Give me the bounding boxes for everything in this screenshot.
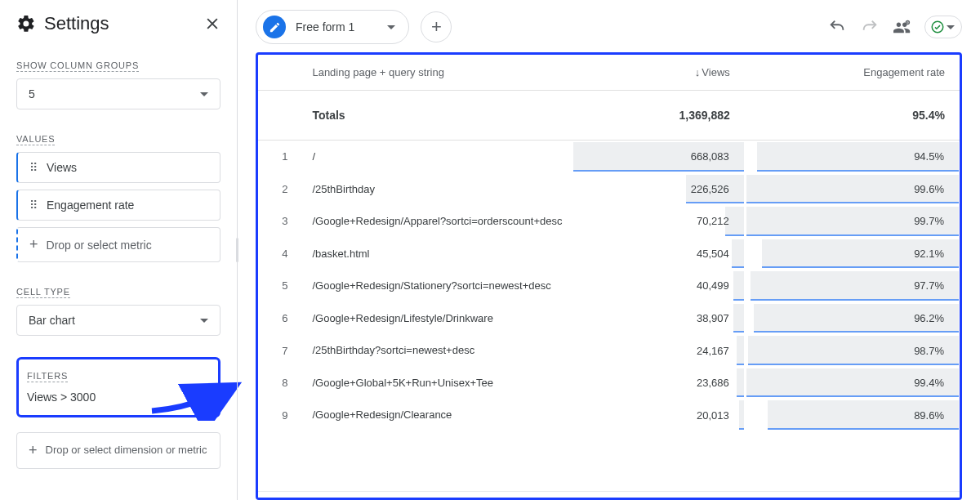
main-panel: Free form 1 + + <box>238 0 980 500</box>
sort-desc-icon: ↓ <box>695 66 701 78</box>
drop-metric-label: Drop or select metric <box>47 239 152 252</box>
row-page: /basket.html <box>297 238 572 270</box>
sidebar-resizer[interactable] <box>237 0 238 500</box>
horizontal-scrollbar[interactable] <box>258 491 960 498</box>
cell-type-value: Bar chart <box>29 314 75 327</box>
metric-chip-label: Views <box>47 161 77 174</box>
undo-button[interactable] <box>826 16 848 38</box>
row-page: /Google+Redesign/Stationery?sortci=newes… <box>297 270 572 302</box>
row-index: 1 <box>258 141 297 173</box>
check-circle-icon <box>930 20 945 34</box>
totals-row: Totals 1,369,882 95.4% <box>258 91 960 141</box>
plus-icon: + <box>29 236 38 253</box>
table-row[interactable]: 1/668,08394.5% <box>258 141 960 173</box>
caret-down-icon <box>200 319 208 323</box>
show-column-groups-value: 5 <box>29 87 35 100</box>
row-views-bar: 38,907 <box>572 302 745 335</box>
row-engagement-bar: 99.7% <box>745 205 960 238</box>
plus-icon: + <box>29 441 38 460</box>
tab-label: Free form 1 <box>296 20 354 33</box>
row-engagement-bar: 99.4% <box>745 367 960 400</box>
row-index: 6 <box>258 302 297 335</box>
row-views-bar: 24,167 <box>572 334 745 367</box>
row-engagement-bar: 92.1% <box>745 238 960 270</box>
row-index: 3 <box>258 205 297 238</box>
row-index: 5 <box>258 270 297 302</box>
metric-chip-views[interactable]: ⠿ Views <box>16 152 220 183</box>
drop-metric-slot[interactable]: + Drop or select metric <box>16 227 220 262</box>
metric-chip-engagement-rate[interactable]: ⠿ Engagement rate <box>16 190 220 221</box>
caret-down-icon <box>200 92 208 96</box>
row-page: / <box>297 141 572 173</box>
grip-icon: ⠿ <box>29 199 38 212</box>
row-views-bar: 70,212 <box>572 205 745 238</box>
table-row[interactable]: 7/25thBirthday?sortci=newest+desc24,1679… <box>258 334 960 367</box>
sidebar-title: Settings <box>44 13 109 34</box>
row-page: /Google+Redesign/Apparel?sortci=ordersco… <box>297 205 572 238</box>
tab-free-form-1[interactable]: Free form 1 <box>256 10 409 44</box>
row-index: 2 <box>258 173 297 206</box>
show-column-groups-select[interactable]: 5 <box>16 78 220 109</box>
row-views-bar: 226,526 <box>572 173 745 206</box>
share-button[interactable]: + <box>892 16 913 38</box>
row-page: /Google+Redesign/Lifestyle/Drinkware <box>297 302 572 335</box>
table-row[interactable]: 2/25thBirthday226,52699.6% <box>258 173 960 206</box>
caret-down-icon <box>947 25 955 29</box>
row-page: /Google+Redesign/Clearance <box>297 399 572 431</box>
row-views-bar: 20,013 <box>572 399 745 431</box>
close-icon[interactable] <box>204 16 220 32</box>
row-views-bar: 45,504 <box>572 238 745 270</box>
metric-chip-label: Engagement rate <box>47 199 134 212</box>
show-column-groups-label: SHOW COLUMN GROUPS <box>16 60 139 72</box>
row-views-bar: 23,686 <box>572 367 745 400</box>
grip-icon: ⠿ <box>29 161 38 174</box>
settings-sidebar: Settings SHOW COLUMN GROUPS 5 VALUES ⠿ V… <box>0 0 237 500</box>
table-row[interactable]: 3/Google+Redesign/Apparel?sortci=ordersc… <box>258 205 960 238</box>
table-row[interactable]: 5/Google+Redesign/Stationery?sortci=newe… <box>258 270 960 302</box>
row-page: /25thBirthday?sortci=newest+desc <box>297 334 572 367</box>
totals-engagement: 95.4% <box>745 91 960 141</box>
values-label: VALUES <box>16 134 55 145</box>
row-engagement-bar: 97.7% <box>745 270 960 302</box>
column-header-engagement[interactable]: Engagement rate <box>745 55 960 91</box>
row-views-bar: 668,083 <box>572 141 745 173</box>
column-header-views[interactable]: ↓Views <box>572 55 745 91</box>
row-index: 9 <box>258 399 297 431</box>
column-header-page[interactable]: Landing page + query string <box>297 55 572 91</box>
row-engagement-bar: 94.5% <box>745 141 960 173</box>
row-page: /25thBirthday <box>297 173 572 206</box>
drop-dimension-label: Drop or select dimension or metric <box>46 444 207 458</box>
filters-label: FILTERS <box>27 371 68 382</box>
table-row[interactable]: 9/Google+Redesign/Clearance20,01389.6% <box>258 399 960 431</box>
totals-views: 1,369,882 <box>572 91 745 141</box>
results-table-highlight: Landing page + query string ↓Views Engag… <box>256 52 962 500</box>
filter-chip[interactable]: Views > 3000 <box>27 391 210 404</box>
table-row[interactable]: 8/Google+Global+5K+Run+Unisex+Tee23,6869… <box>258 367 960 400</box>
caret-down-icon <box>387 25 395 29</box>
cell-type-select[interactable]: Bar chart <box>16 305 220 336</box>
add-tab-button[interactable]: + <box>421 11 452 42</box>
row-engagement-bar: 99.6% <box>745 173 960 206</box>
table-header-row: Landing page + query string ↓Views Engag… <box>258 55 960 91</box>
svg-text:+: + <box>906 20 909 25</box>
row-engagement-bar: 96.2% <box>745 302 960 335</box>
gear-icon <box>16 14 36 33</box>
row-engagement-bar: 89.6% <box>745 399 960 431</box>
cell-type-label: CELL TYPE <box>16 287 70 298</box>
row-index: 7 <box>258 334 297 367</box>
svg-point-2 <box>932 21 943 33</box>
table-row[interactable]: 4/basket.html45,50492.1% <box>258 238 960 270</box>
redo-button[interactable] <box>859 16 880 38</box>
table-row[interactable]: 6/Google+Redesign/Lifestyle/Drinkware38,… <box>258 302 960 335</box>
status-indicator[interactable] <box>924 16 962 38</box>
pencil-icon <box>263 16 286 38</box>
row-views-bar: 40,499 <box>572 270 745 302</box>
totals-label: Totals <box>297 91 572 141</box>
filters-section-highlight: FILTERS Views > 3000 <box>16 357 220 417</box>
results-table: Landing page + query string ↓Views Engag… <box>258 55 960 431</box>
row-index: 8 <box>258 367 297 400</box>
row-page: /Google+Global+5K+Run+Unisex+Tee <box>297 367 572 400</box>
row-index: 4 <box>258 238 297 270</box>
row-engagement-bar: 98.7% <box>745 334 960 367</box>
drop-dimension-slot[interactable]: + Drop or select dimension or metric <box>16 432 220 469</box>
